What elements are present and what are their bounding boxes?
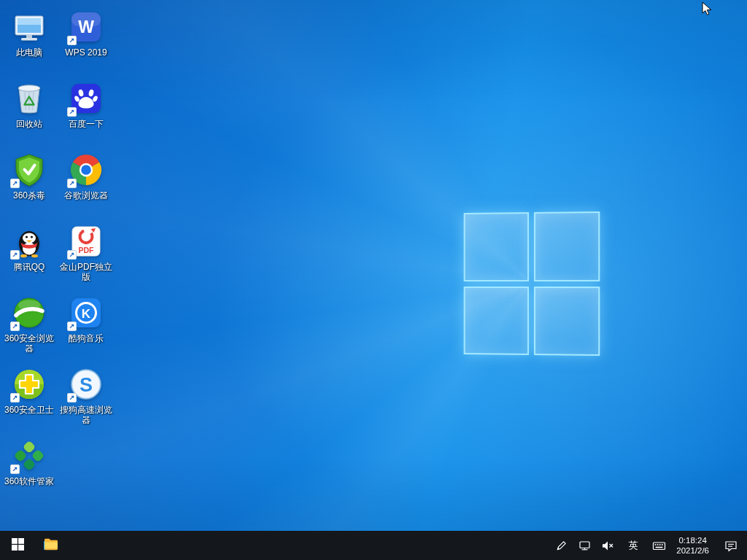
desktop-icon-label: 360安全卫士 [4, 405, 54, 415]
shortcut-arrow-icon: ↗ [10, 464, 20, 474]
desktop-icon-label: 此电脑 [16, 47, 42, 58]
desktop-icon-label: 酷狗音乐 [69, 333, 104, 343]
recycle-bin-icon [12, 81, 47, 116]
desktop-icon-grid: 此电脑 回收站 [1, 4, 115, 505]
baidu-paw-icon: ↗ [69, 81, 104, 116]
desktop-icon-label: WPS 2019 [65, 47, 107, 58]
shortcut-arrow-icon: ↗ [67, 322, 77, 331]
360-antivirus-shield-icon: ↗ [12, 152, 47, 187]
shortcut-arrow-icon: ↗ [67, 250, 77, 260]
file-explorer-button[interactable] [35, 531, 67, 560]
logo-pane [533, 211, 600, 281]
clock-time: 0:18:24 [678, 535, 706, 545]
shortcut-arrow-icon: ↗ [10, 393, 20, 402]
svg-text:S: S [80, 374, 93, 396]
network-icon [578, 540, 591, 552]
svg-text:PDF: PDF [79, 246, 95, 254]
shortcut-arrow-icon: ↗ [67, 179, 77, 188]
logo-pane [533, 287, 600, 357]
desktop-icon-label: 百度一下 [69, 119, 104, 129]
volume-button[interactable] [596, 531, 619, 560]
desktop-icon-360-browser[interactable]: ↗ 360安全浏览器 [1, 290, 58, 362]
desktop-icon-label: 搜狗高速浏览器 [58, 405, 114, 425]
desktop-icon-this-pc[interactable]: 此电脑 [1, 4, 58, 76]
qq-penguin-icon: ↗ [12, 224, 47, 259]
ime-language-indicator[interactable]: 英 [619, 531, 647, 560]
desktop-icon-kingsoft-pdf[interactable]: PDF ↗ 金山PDF独立版 [58, 219, 115, 290]
taskbar: 英 0:18:24 2021/2/6 [0, 531, 747, 560]
desktop-icon-label: 金山PDF独立版 [58, 262, 114, 282]
shortcut-arrow-icon: ↗ [10, 179, 20, 188]
kingsoft-pdf-icon: PDF ↗ [69, 224, 104, 259]
360-safeguard-icon: ↗ [12, 367, 47, 402]
desktop-icon-wps-2019[interactable]: W ↗ WPS 2019 [58, 4, 115, 76]
logo-pane [464, 286, 529, 354]
desktop-icon-label: 谷歌浏览器 [64, 190, 108, 201]
windows-ink-button[interactable] [549, 531, 573, 560]
shortcut-arrow-icon: ↗ [10, 322, 20, 331]
desktop-icon-recycle-bin[interactable]: 回收站 [1, 76, 58, 147]
clock-date: 2021/2/6 [676, 545, 709, 556]
desktop-icon-sogou-browser[interactable]: S ↗ 搜狗高速浏览器 [58, 362, 115, 433]
network-button[interactable] [573, 531, 596, 560]
windows-start-icon [12, 538, 24, 553]
system-tray: 英 0:18:24 2021/2/6 [549, 531, 747, 560]
shortcut-arrow-icon: ↗ [67, 36, 77, 45]
desktop-icon-label: 腾讯QQ [14, 262, 45, 272]
desktop-icon-label: 360软件管家 [4, 476, 54, 486]
svg-text:W: W [78, 18, 94, 36]
desktop-icon-360-software-manager[interactable]: ↗ 360软件管家 [1, 433, 58, 505]
wps-icon: W ↗ [69, 9, 104, 44]
kugou-music-icon: K ↗ [69, 295, 104, 330]
shortcut-arrow-icon: ↗ [67, 393, 77, 402]
desktop-icon-chrome[interactable]: ↗ 谷歌浏览器 [58, 147, 115, 219]
desktop-icon-baidu[interactable]: ↗ 百度一下 [58, 76, 115, 147]
shortcut-arrow-icon: ↗ [67, 107, 77, 117]
svg-text:K: K [82, 307, 91, 321]
pen-icon [555, 540, 568, 552]
windows-wallpaper-logo [464, 211, 600, 356]
windows-desktop-screen: 此电脑 回收站 [0, 0, 747, 560]
desktop-icon-kugou-music[interactable]: K ↗ 酷狗音乐 [58, 290, 115, 362]
action-center-icon [724, 540, 738, 552]
desktop-icon-label: 回收站 [16, 119, 42, 129]
chrome-icon: ↗ [69, 152, 104, 187]
desktop-icon-360-antivirus[interactable]: ↗ 360杀毒 [1, 147, 58, 219]
360-browser-globe-icon: ↗ [12, 295, 47, 330]
touch-keyboard-button[interactable] [647, 531, 670, 560]
desktop-icon-label: 360杀毒 [13, 190, 45, 201]
this-pc-icon [12, 9, 47, 44]
sogou-browser-icon: S ↗ [69, 367, 104, 402]
action-center-button[interactable] [715, 531, 747, 560]
desktop-icon-360-safeguard[interactable]: ↗ 360安全卫士 [1, 362, 58, 433]
desktop-icon-tencent-qq[interactable]: ↗ 腾讯QQ [1, 219, 58, 290]
logo-pane [464, 212, 529, 281]
file-explorer-icon [42, 535, 60, 556]
touch-keyboard-icon [652, 540, 666, 552]
taskbar-clock[interactable]: 0:18:24 2021/2/6 [670, 531, 715, 560]
volume-muted-icon [601, 540, 614, 552]
desktop-icon-label: 360安全浏览器 [1, 333, 57, 354]
360-software-manager-pinwheel-icon: ↗ [12, 438, 47, 473]
start-button[interactable] [0, 531, 35, 560]
shortcut-arrow-icon: ↗ [10, 250, 20, 260]
